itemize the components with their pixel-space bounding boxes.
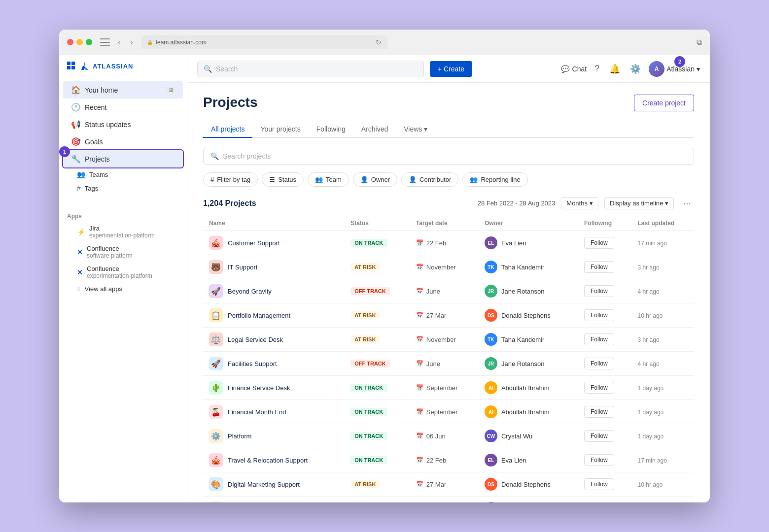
owner-avatar: CW [485,502,497,502]
sidebar-app-confluence-2[interactable]: ✕ Confluence experimentation-platform [63,262,183,282]
create-button[interactable]: + Create [430,61,472,77]
last-updated-text: 10 hr ago [638,481,663,488]
cell-last-updated: 1 day ago [632,376,694,400]
notifications-button[interactable]: 🔔 [607,62,622,76]
table-row[interactable]: 🐻 IT Support AT RISK 📅 November TK Taha … [203,255,694,279]
table-row[interactable]: 🚀 Facilities Support OFF TRACK 📅 June JR… [203,352,694,376]
more-options-button[interactable]: ··· [680,197,694,210]
display-timeline-dropdown[interactable]: Display as timeline ▾ [604,197,674,209]
project-name[interactable]: IT Support [228,264,257,271]
owner-avatar: DS [485,478,497,491]
table-row[interactable]: 🎨 Digital Marketing Support AT RISK 📅 27… [203,472,694,497]
sidebar-item-recent[interactable]: 🕐 Recent [63,99,183,116]
back-button[interactable]: ‹ [116,37,122,48]
sidebar-item-tags[interactable]: # Tags [63,181,183,195]
copy-button[interactable]: ⧉ [697,38,702,47]
cell-name: 🚀 Beyond Gravity [203,279,345,303]
project-name[interactable]: Financial Month End [228,408,286,416]
tab-all-projects[interactable]: All projects [203,121,252,138]
follow-button[interactable]: Follow [584,478,614,490]
search-projects-input[interactable]: 🔍 Search projects [203,148,694,165]
filter-status-button[interactable]: ☰ Status [262,172,304,187]
maximize-button[interactable] [86,39,92,45]
table-row[interactable]: ⚙️ Platform ON TRACK 📅 06 Jun CW Crystal… [203,424,694,448]
sidebar-item-goals[interactable]: 🎯 Goals [63,133,183,150]
follow-button[interactable]: Follow [584,406,614,418]
filter-reporting-button[interactable]: 👥 Reporting line [462,172,527,187]
follow-button[interactable]: Follow [584,261,614,273]
project-icon: 🎪 [209,236,223,250]
cell-following: Follow [578,303,632,328]
project-name[interactable]: Travel & Relocation Support [228,457,308,464]
table-row[interactable]: 🎪 Customer Support ON TRACK 📅 22 Feb EL … [203,231,694,255]
calendar-icon: 📅 [416,239,423,246]
table-row[interactable]: 🍒 Financial Month End ON TRACK 📅 Septemb… [203,400,694,424]
atlassian-logo[interactable]: ATLASSIAN [80,61,133,71]
filter-status-label: Status [278,176,296,183]
url-bar[interactable]: 🔒 team.atlassian.com ↻ [141,35,387,49]
table-row[interactable]: 🎪 Travel & Relocation Support ON TRACK 📅… [203,448,694,472]
create-project-button[interactable]: Create project [634,95,694,111]
follow-button[interactable]: Follow [584,285,614,297]
months-dropdown[interactable]: Months ▾ [561,197,598,209]
svg-rect-2 [67,66,70,69]
filter-team-button[interactable]: 👥 Team [308,172,349,187]
sidebar-view-all-apps[interactable]: ≡ View all apps [63,282,183,296]
follow-button[interactable]: Follow [584,382,614,394]
tab-archived[interactable]: Archived [353,121,396,138]
filter-owner-button[interactable]: 👤 Owner [353,172,397,187]
sidebar-item-projects[interactable]: 🔧 Projects [63,150,183,167]
last-updated-text: 3 hr ago [638,336,660,343]
cell-name: 🍒 Financial Month End [203,400,345,424]
tab-your-projects[interactable]: Your projects [252,121,308,138]
table-row[interactable]: ⚖️ Legal Service Desk AT RISK 📅 November… [203,328,694,352]
display-timeline-label: Display as timeline [610,200,663,207]
search-box[interactable]: 🔍 Search [197,61,424,77]
status-filter-icon: ☰ [269,176,275,183]
project-name[interactable]: Portfolio Management [228,312,290,319]
table-row[interactable]: ⚙️ Employee Onboarding ON TRACK 📅 06 Jun… [203,497,694,503]
months-label: Months [566,200,588,207]
calendar-icon: 📅 [416,336,423,343]
project-name[interactable]: Digital Marketing Support [228,481,300,488]
table-row[interactable]: 🌵 Finance Service Desk ON TRACK 📅 Septem… [203,376,694,400]
sidebar-item-status-updates[interactable]: 📢 Status updates [63,116,183,133]
chat-button[interactable]: 💬 Chat [561,65,587,73]
project-name[interactable]: Platform [228,432,251,440]
project-name[interactable]: Beyond Gravity [228,288,272,295]
refresh-icon[interactable]: ↻ [376,38,382,46]
project-name[interactable]: Facilities Support [228,360,277,367]
follow-button[interactable]: Follow [584,333,614,345]
help-button[interactable]: ? [593,62,601,76]
user-avatar: A [649,61,664,77]
follow-button[interactable]: Follow [584,430,614,442]
table-row[interactable]: 📋 Portfolio Management AT RISK 📅 27 Mar … [203,303,694,328]
owner-avatar: EL [485,454,497,466]
close-button[interactable] [67,39,73,45]
sidebar-item-label: Goals [85,138,103,146]
table-row[interactable]: 🚀 Beyond Gravity OFF TRACK 📅 June JR Jan… [203,279,694,303]
follow-button[interactable]: Follow [584,309,614,321]
cell-owner: EL Eva Lien [479,448,578,472]
sidebar-app-jira[interactable]: ⚡ Jira experimentation-platform [63,222,183,242]
follow-button[interactable]: Follow [584,358,614,369]
follow-button[interactable]: Follow [584,454,614,466]
follow-button[interactable]: Follow [584,237,614,249]
sidebar-toggle-icon[interactable] [100,38,110,46]
tab-following[interactable]: Following [309,121,353,138]
forward-button[interactable]: › [128,37,135,48]
sidebar-item-your-home[interactable]: 🏠 Your home ⊞ [63,81,183,99]
apps-grid-button[interactable] [67,62,76,70]
sidebar-item-teams[interactable]: 👥 Teams [63,167,183,181]
tab-views[interactable]: Views ▾ [396,121,435,138]
project-name[interactable]: Legal Service Desk [228,336,283,343]
app-layout: ATLASSIAN 🏠 Your home ⊞ 🕐 Recent 📢 Statu… [59,55,710,502]
minimize-button[interactable] [76,39,83,45]
filter-by-tag-button[interactable]: # Filter by tag [203,172,258,187]
settings-button[interactable]: ⚙️ [628,62,643,76]
sidebar-app-confluence-1[interactable]: ✕ Confluence software-platform [63,242,183,262]
project-name[interactable]: Finance Service Desk [228,384,290,392]
filter-contributor-button[interactable]: 👤 Contributor [401,172,458,187]
project-name[interactable]: Customer Support [228,239,280,247]
status-badge: AT RISK [350,480,380,488]
